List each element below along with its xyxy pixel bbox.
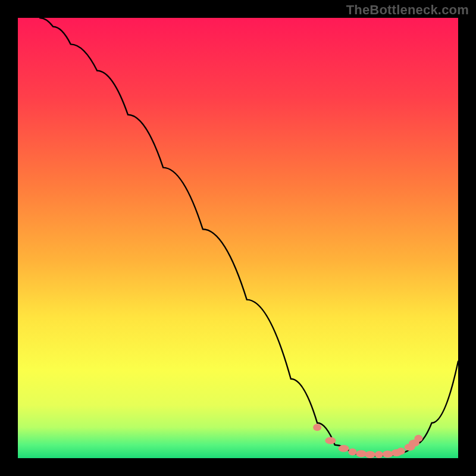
chart-container: TheBottleneck.com (0, 0, 476, 476)
marker-point (339, 445, 349, 452)
highlight-markers (313, 424, 422, 458)
marker-point (365, 451, 375, 458)
bottleneck-curve (40, 18, 458, 456)
plot-area (18, 18, 458, 458)
marker-point (383, 450, 393, 458)
marker-point (397, 447, 405, 455)
marker-point (325, 437, 336, 444)
marker-point (375, 451, 383, 458)
curve-layer (18, 18, 458, 458)
marker-point (414, 435, 422, 442)
marker-point (313, 424, 321, 431)
watermark-text: TheBottleneck.com (346, 2, 469, 18)
marker-point (348, 449, 356, 456)
